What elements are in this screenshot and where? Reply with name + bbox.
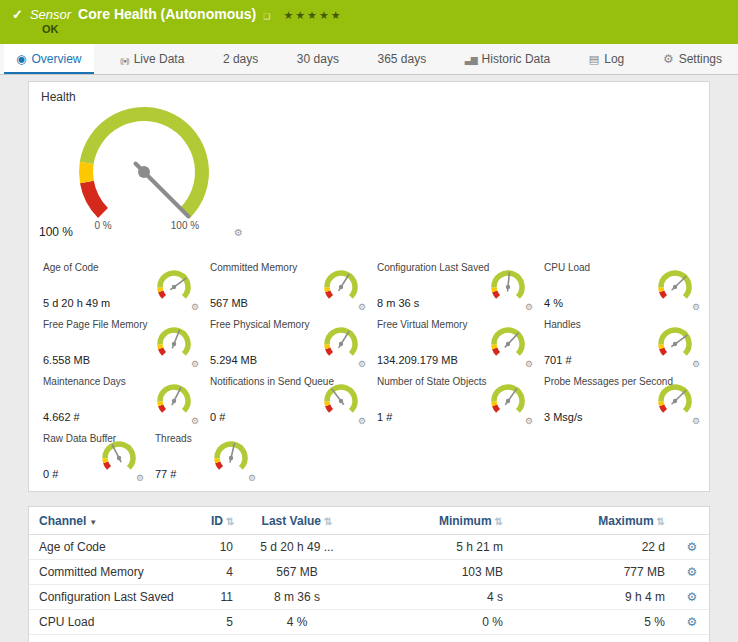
channel-gauge-cell-handles: Handles701 #⚙ — [538, 316, 705, 373]
channel-row-committed-memory[interactable]: Committed Memory4567 MB103 MB777 MB⚙ — [29, 560, 709, 585]
live-data-icon — [120, 52, 129, 66]
cell-channel: Committed Memory — [29, 560, 201, 585]
tab-2-days[interactable]: 2 days — [211, 44, 270, 74]
svg-text:0 %: 0 % — [94, 220, 111, 231]
tab-live-data[interactable]: Live Data — [108, 44, 196, 74]
tab-label: Overview — [31, 52, 81, 66]
column-header-last-value[interactable]: Last Value⇅ — [243, 507, 351, 535]
channel-row-cpu-load[interactable]: CPU Load54 %0 %5 %⚙ — [29, 610, 709, 635]
channel-gauge-cell-configuration-last-saved: Configuration Last Saved8 m 36 s⚙ — [371, 259, 538, 316]
channel-settings-icon[interactable]: ⚙ — [687, 565, 698, 579]
cell-last-value — [243, 635, 351, 642]
mini-gauge-dial — [482, 266, 534, 306]
object-kind-label: Sensor — [30, 7, 71, 22]
health-gauge: 0 %100 % — [59, 100, 229, 244]
page-title: Core Health (Autonomous) — [78, 6, 256, 22]
gauges-panel: Health 0 %100 % 100 % ⚙ Age of Code5 d 2… — [28, 81, 710, 492]
cell-minimum — [351, 635, 513, 642]
priority-stars[interactable]: ★★★★★ — [283, 9, 342, 22]
cell-last-value: 8 m 36 s — [243, 585, 351, 610]
sort-both-icon: ⇅ — [495, 516, 503, 527]
cell-channel: CPU Load — [29, 610, 201, 635]
table-body: Age of Code105 d 20 h 49 ...5 h 21 m22 d… — [29, 535, 709, 642]
cell-id: 10 — [201, 535, 243, 560]
health-gauge-value: 100 % — [39, 225, 73, 239]
channel-table: Channel▼ID⇅Last Value⇅Minimum⇅Maximum⇅ A… — [29, 507, 709, 642]
tab-bar: OverviewLive Data2 days30 days365 daysHi… — [0, 44, 738, 75]
cell-last-value: 4 % — [243, 610, 351, 635]
tab-365-days[interactable]: 365 days — [365, 44, 438, 74]
svg-text:100 %: 100 % — [171, 220, 199, 231]
column-header-maximum[interactable]: Maximum⇅ — [513, 507, 675, 535]
channel-settings-icon[interactable]: ⚙ — [248, 473, 256, 483]
channel-gauge-cell-number-of-state-objects: Number of State Objects1 #⚙ — [371, 373, 538, 430]
channel-gauge-value: 134.209.179 MB — [377, 354, 458, 366]
channel-row-downtime[interactable]: Downtime-4⚙ — [29, 635, 709, 642]
tab-log[interactable]: Log — [577, 44, 636, 74]
cell-last-value: 567 MB — [243, 560, 351, 585]
channel-settings-icon[interactable]: ⚙ — [692, 416, 700, 426]
channel-settings-icon[interactable]: ⚙ — [234, 227, 243, 238]
channel-gauge-value: 5.294 MB — [210, 354, 257, 366]
channel-gauge-cell-raw-data-buffer: Raw Data Buffer0 #⚙ — [37, 430, 149, 487]
channel-gauge-value: 701 # — [544, 354, 572, 366]
tab-label: 30 days — [297, 52, 339, 66]
channel-settings-icon[interactable]: ⚙ — [687, 590, 698, 604]
mini-gauge-dial — [148, 323, 200, 363]
column-header-minimum[interactable]: Minimum⇅ — [351, 507, 513, 535]
channel-settings-icon[interactable]: ⚙ — [687, 615, 698, 629]
channel-gauge-value: 0 # — [43, 468, 58, 480]
channel-settings-icon[interactable]: ⚙ — [358, 416, 366, 426]
sort-both-icon: ⇅ — [324, 516, 332, 527]
channel-gauge-value: 4 % — [544, 297, 563, 309]
cell-channel: Downtime — [29, 635, 201, 642]
tab-label: Historic Data — [482, 52, 551, 66]
channel-settings-icon[interactable]: ⚙ — [525, 302, 533, 312]
tab-settings[interactable]: Settings — [651, 44, 734, 74]
channel-settings-icon[interactable]: ⚙ — [191, 416, 199, 426]
mini-gauge-dial — [649, 380, 701, 420]
channel-row-age-of-code[interactable]: Age of Code105 d 20 h 49 ...5 h 21 m22 d… — [29, 535, 709, 560]
column-label: Minimum — [439, 514, 492, 528]
channel-gauge-value: 567 MB — [210, 297, 248, 309]
channel-gauge-value: 0 # — [210, 411, 225, 423]
cell-last-value: 5 d 20 h 49 ... — [243, 535, 351, 560]
column-header-id[interactable]: ID⇅ — [201, 507, 243, 535]
channel-settings-icon[interactable]: ⚙ — [191, 302, 199, 312]
cell-minimum: 5 h 21 m — [351, 535, 513, 560]
channel-settings-icon[interactable]: ⚙ — [687, 540, 698, 554]
sort-desc-icon: ▼ — [89, 518, 97, 527]
channel-gauge-value: 8 m 36 s — [377, 297, 419, 309]
channel-gauge-cell-free-physical-memory: Free Physical Memory5.294 MB⚙ — [204, 316, 371, 373]
sort-both-icon: ⇅ — [657, 516, 665, 527]
cell-minimum: 4 s — [351, 585, 513, 610]
channel-settings-icon[interactable]: ⚙ — [692, 302, 700, 312]
channel-gauge-value: 3 Msg/s — [544, 411, 583, 423]
mini-gauge-dial — [649, 266, 701, 306]
column-header-channel[interactable]: Channel▼ — [29, 507, 201, 535]
channel-settings-icon[interactable]: ⚙ — [692, 359, 700, 369]
channel-gauge-cell-maintenance-days: Maintenance Days4.662 #⚙ — [37, 373, 204, 430]
channel-settings-icon[interactable]: ⚙ — [191, 359, 199, 369]
tab-historic-data[interactable]: Historic Data — [453, 44, 563, 74]
channel-settings-icon[interactable]: ⚙ — [358, 302, 366, 312]
tab-30-days[interactable]: 30 days — [285, 44, 351, 74]
sensor-note-icon — [263, 12, 270, 21]
channel-settings-icon[interactable]: ⚙ — [525, 359, 533, 369]
mini-gauge-dial — [93, 437, 145, 477]
channel-row-configuration-last-saved[interactable]: Configuration Last Saved118 m 36 s4 s9 h… — [29, 585, 709, 610]
channel-settings-icon[interactable]: ⚙ — [136, 473, 144, 483]
tab-label: Live Data — [134, 52, 185, 66]
tab-overview[interactable]: Overview — [4, 44, 94, 74]
channel-gauge-cell-probe-messages-per-second: Probe Messages per Second3 Msg/s⚙ — [538, 373, 705, 430]
mini-gauge-dial — [148, 380, 200, 420]
tab-label: 2 days — [223, 52, 258, 66]
tab-label: Log — [604, 52, 624, 66]
overview-icon — [16, 52, 26, 66]
channel-gauge-cell-cpu-load: CPU Load4 %⚙ — [538, 259, 705, 316]
channel-gauge-cell-threads: Threads77 #⚙ — [149, 430, 261, 487]
channel-settings-icon[interactable]: ⚙ — [525, 416, 533, 426]
channel-gauge-value: 5 d 20 h 49 m — [43, 297, 110, 309]
table-header-row: Channel▼ID⇅Last Value⇅Minimum⇅Maximum⇅ — [29, 507, 709, 535]
channel-settings-icon[interactable]: ⚙ — [358, 359, 366, 369]
